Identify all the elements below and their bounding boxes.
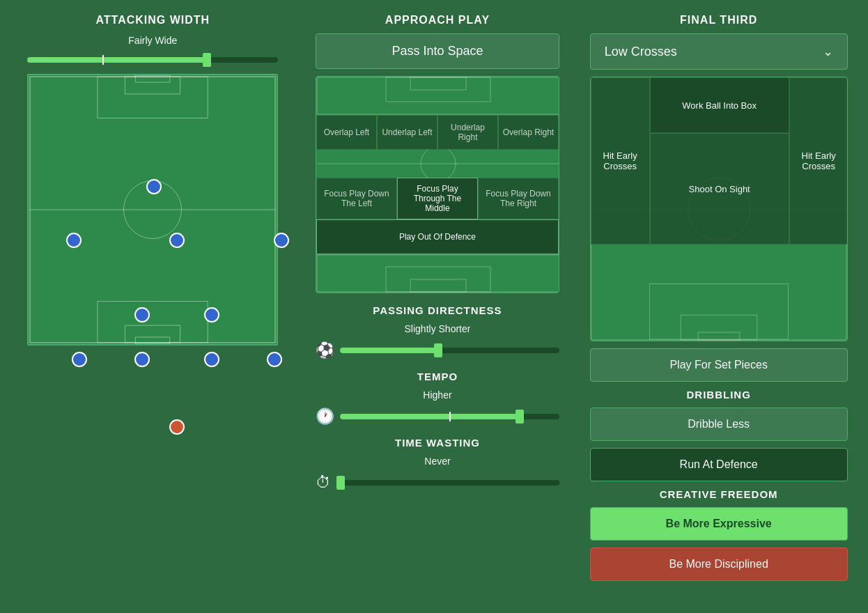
approach-play-title: APPROACH PLAY [385, 14, 490, 26]
svg-rect-25 [698, 332, 740, 341]
overlap-left-btn[interactable]: Overlap Left [316, 115, 377, 150]
player-dot [72, 352, 87, 367]
timewasting-slider-row: ⏱ [316, 474, 559, 492]
pitch-top-area [316, 77, 559, 115]
final-third-title: FINAL THIRD [680, 14, 757, 26]
svg-rect-4 [125, 77, 180, 94]
play-for-set-pieces-btn[interactable]: Play For Set Pieces [590, 348, 848, 382]
work-ball-into-box-btn[interactable]: Work Ball Into Box [650, 77, 789, 133]
focus-play-row: Focus Play Down The Left Focus Play Thro… [316, 178, 559, 219]
creative-freedom-title: CREATIVE FREEDOM [660, 488, 778, 500]
svg-rect-6 [98, 302, 208, 343]
player-dot [66, 233, 82, 248]
run-at-defence-btn[interactable]: Run At Defence [590, 448, 848, 481]
be-expressive-btn[interactable]: Be More Expressive [590, 507, 848, 541]
svg-rect-16 [410, 279, 466, 292]
goalkeeper-dot [169, 419, 185, 435]
svg-rect-3 [98, 77, 208, 118]
svg-rect-14 [317, 255, 559, 292]
player-dot [267, 352, 282, 367]
tempo-icon: 🕐 [316, 408, 334, 426]
overlap-underlap-row: Overlap Left Underlap Left Underlap Righ… [316, 115, 559, 150]
timewasting-slider[interactable] [336, 480, 559, 486]
passing-directness-slider[interactable] [340, 348, 559, 353]
player-dot [146, 179, 162, 194]
focus-play-middle-btn[interactable]: Focus Play Through The Middle [397, 178, 478, 219]
underlap-right-btn[interactable]: Underlap Right [437, 115, 498, 150]
be-disciplined-btn[interactable]: Be More Disciplined [590, 548, 848, 581]
svg-rect-0 [30, 77, 275, 343]
svg-rect-7 [125, 325, 180, 343]
left-panel: ATTACKING WIDTH Fairly Wide [14, 14, 292, 599]
attacking-width-subtitle: Fairly Wide [128, 35, 177, 46]
timewasting-subtitle: Never [424, 456, 450, 467]
chevron-down-icon: ⌄ [823, 44, 833, 59]
passing-directness-slider-row: ⚽ [316, 341, 559, 359]
final-third-dropdown[interactable]: Low Crosses ⌄ [590, 33, 848, 70]
passing-directness-subtitle: Slightly Shorter [405, 323, 471, 334]
approach-play-button[interactable]: Pass Into Space [316, 33, 559, 69]
tempo-subtitle: Higher [423, 389, 451, 401]
focus-play-left-btn[interactable]: Focus Play Down The Left [316, 178, 397, 219]
play-out-defence-btn[interactable]: Play Out Of Defence [316, 219, 559, 254]
player-dot [274, 233, 289, 248]
player-dot [169, 233, 185, 248]
dropdown-label: Low Crosses [605, 45, 677, 59]
svg-rect-9 [317, 77, 559, 114]
dribbling-title: DRIBBLING [687, 389, 751, 401]
pitch-bot-area [316, 254, 559, 293]
right-panel: FINAL THIRD Low Crosses ⌄ Work Ball Into… [583, 14, 854, 599]
focus-play-right-btn[interactable]: Focus Play Down The Right [478, 178, 559, 219]
tactics-grid: Overlap Left Underlap Left Underlap Righ… [316, 76, 559, 293]
final-third-pitch: Work Ball Into Box Hit Early Crosses Sho… [590, 77, 848, 341]
formation-pitch [27, 74, 278, 346]
svg-rect-8 [136, 337, 170, 344]
middle-panel: APPROACH PLAY Pass Into Space Overlap Le… [306, 14, 570, 599]
attacking-width-title: ATTACKING WIDTH [95, 14, 210, 26]
tempo-slider[interactable] [340, 414, 559, 419]
shoot-on-sight-btn[interactable]: Shoot On Sight [650, 133, 789, 245]
timewasting-title: TIME WASTING [395, 437, 480, 449]
pitch-mid-area [316, 150, 559, 178]
tempo-title: TEMPO [417, 371, 458, 382]
underlap-left-btn[interactable]: Underlap Left [377, 115, 437, 150]
tempo-slider-row: 🕐 [316, 408, 559, 426]
player-dot [204, 307, 219, 323]
svg-rect-24 [681, 315, 757, 340]
play-out-defence-row: Play Out Of Defence [316, 219, 559, 254]
hit-early-crosses-left-btn[interactable]: Hit Early Crosses [591, 77, 650, 245]
player-dot [134, 352, 150, 367]
attacking-width-slider[interactable] [27, 57, 278, 63]
timewasting-icon: ⏱ [316, 474, 331, 492]
passing-icon: ⚽ [316, 341, 334, 359]
player-dot [204, 352, 219, 367]
hit-early-crosses-right-btn[interactable]: Hit Early Crosses [789, 77, 848, 245]
player-dot [134, 307, 150, 323]
passing-directness-title: PASSING DIRECTNESS [373, 304, 502, 316]
svg-rect-5 [136, 75, 170, 82]
dribble-less-btn[interactable]: Dribble Less [590, 408, 848, 441]
svg-rect-11 [410, 77, 466, 90]
svg-rect-23 [649, 284, 788, 339]
overlap-right-btn[interactable]: Overlap Right [498, 115, 559, 150]
